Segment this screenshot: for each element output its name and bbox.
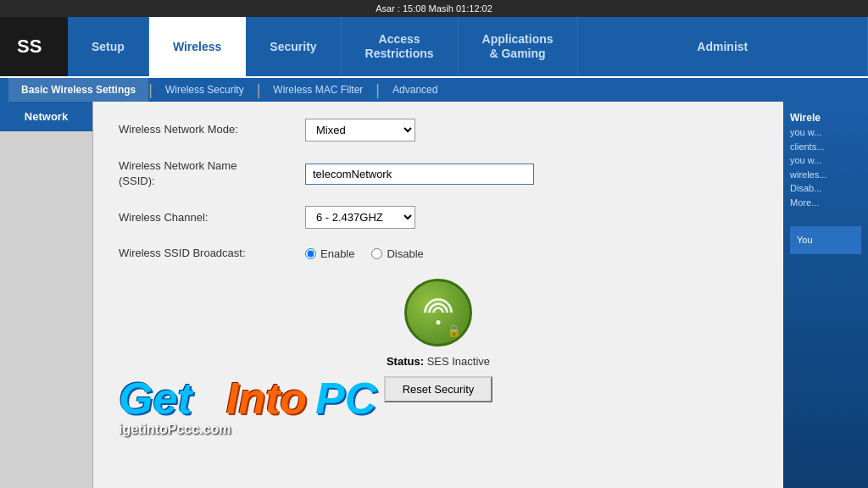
ssid-broadcast-row: Wireless SSID Broadcast: Enable Disable bbox=[119, 246, 758, 261]
channel-select[interactable]: 1 - 2.412GHZ 2 - 2.417GHZ 3 - 2.422GHZ 4… bbox=[305, 206, 415, 229]
sidebar-network[interactable]: Network bbox=[0, 102, 92, 131]
network-mode-row: Wireless Network Mode: Mixed B-Only G-On… bbox=[119, 119, 758, 141]
nav-security[interactable]: Security bbox=[246, 17, 341, 76]
right-sidebar-text: Wirele you w... clients... you w... wire… bbox=[790, 110, 861, 209]
network-mode-control: Mixed B-Only G-Only N-Only Disabled bbox=[305, 119, 415, 141]
nav-wireless[interactable]: Wireless bbox=[149, 17, 246, 76]
subnav-basic-wireless[interactable]: Basic Wireless Settings bbox=[8, 78, 148, 102]
nav-administration[interactable]: Administ bbox=[578, 17, 868, 76]
network-mode-label: Wireless Network Mode: bbox=[119, 122, 305, 137]
main-content: Wireless Network Mode: Mixed B-Only G-On… bbox=[93, 102, 783, 488]
channel-control: 1 - 2.412GHZ 2 - 2.417GHZ 3 - 2.422GHZ 4… bbox=[305, 206, 415, 229]
lock-icon: 🔒 bbox=[447, 324, 461, 337]
ses-status: Status: SES Inactive bbox=[387, 355, 490, 368]
channel-row: Wireless Channel: 1 - 2.412GHZ 2 - 2.417… bbox=[119, 206, 758, 229]
top-bar-time: Asar : 15:08 Masih 01:12:02 bbox=[376, 3, 492, 14]
ssid-broadcast-control: Enable Disable bbox=[305, 247, 424, 260]
ssid-broadcast-enable-label[interactable]: Enable bbox=[305, 247, 354, 260]
content-wrapper: Network Wireless Network Mode: Mixed B-O… bbox=[0, 102, 868, 488]
logo-url: igetintoPccc.com bbox=[119, 422, 231, 437]
ses-section: 🔒 Status: SES Inactive Reset Security bbox=[119, 279, 758, 402]
ssid-broadcast-disable-radio[interactable] bbox=[371, 248, 382, 259]
sub-nav: Basic Wireless Settings | Wireless Secur… bbox=[0, 76, 868, 102]
subnav-wireless-mac[interactable]: Wireless MAC Filter bbox=[260, 78, 376, 102]
ses-icon: 🔒 bbox=[404, 279, 472, 347]
network-mode-select[interactable]: Mixed B-Only G-Only N-Only Disabled bbox=[305, 119, 415, 141]
ssid-broadcast-disable-label[interactable]: Disable bbox=[371, 247, 423, 260]
ssid-row: Wireless Network Name(SSID): bbox=[119, 158, 758, 189]
nav-access-restrictions[interactable]: AccessRestrictions bbox=[342, 17, 459, 76]
nav-setup[interactable]: Setup bbox=[68, 17, 149, 76]
ssid-broadcast-label: Wireless SSID Broadcast: bbox=[119, 246, 305, 261]
subnav-wireless-security[interactable]: Wireless Security bbox=[153, 78, 257, 102]
brand: SS bbox=[0, 17, 68, 76]
ssid-label: Wireless Network Name(SSID): bbox=[119, 158, 305, 189]
ssid-broadcast-enable-radio[interactable] bbox=[305, 248, 316, 259]
top-bar: Asar : 15:08 Masih 01:12:02 bbox=[0, 0, 868, 17]
left-sidebar: Network bbox=[0, 102, 93, 488]
ssid-control bbox=[305, 164, 534, 185]
nav-applications-gaming[interactable]: Applications& Gaming bbox=[459, 17, 578, 76]
ssid-input[interactable] bbox=[305, 164, 534, 185]
right-sidebar-you: You bbox=[790, 226, 861, 254]
subnav-advanced[interactable]: Advanced bbox=[380, 78, 450, 102]
right-sidebar: Wirele you w... clients... you w... wire… bbox=[783, 102, 868, 488]
channel-label: Wireless Channel: bbox=[119, 210, 305, 225]
wifi-dot bbox=[437, 320, 441, 324]
reset-security-button[interactable]: Reset Security bbox=[384, 376, 493, 402]
main-nav: SS Setup Wireless Security AccessRestric… bbox=[0, 17, 868, 76]
